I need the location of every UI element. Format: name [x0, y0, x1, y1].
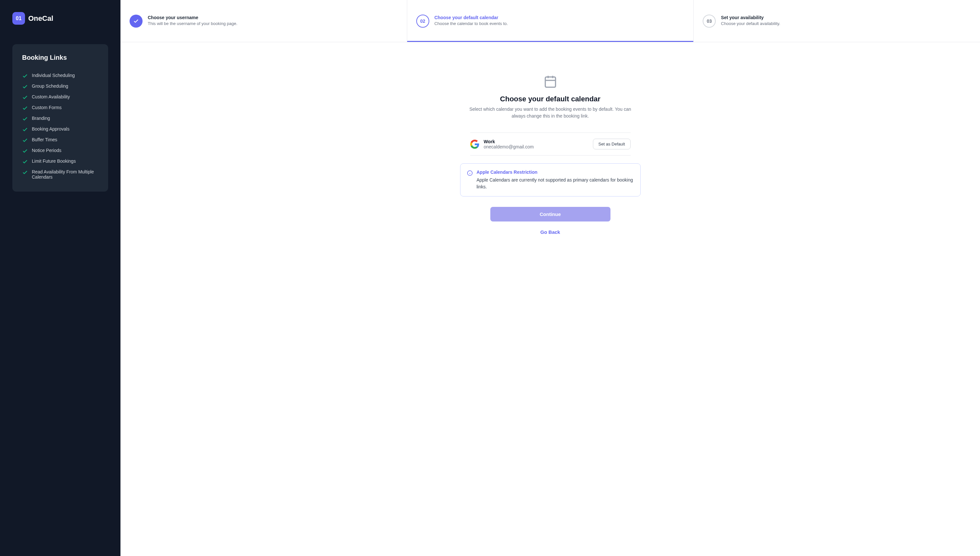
info-icon [467, 170, 473, 176]
step-default-calendar[interactable]: 02 Choose your default calendar Choose t… [407, 0, 694, 42]
sidebar-card: Booking Links Individual Scheduling Grou… [12, 44, 108, 192]
feature-item: Custom Forms [22, 103, 98, 113]
main-content: Choose your username This will be the us… [121, 0, 980, 556]
step-badge-pending: 03 [703, 15, 716, 27]
check-icon [22, 170, 28, 175]
alert-text: Apple Calendars are currently not suppor… [477, 177, 634, 190]
check-icon [22, 94, 28, 100]
feature-label: Booking Approvals [32, 126, 69, 131]
calendar-row: Work onecaldemo@gmail.com Set as Default [470, 133, 631, 155]
calendar-name: Work [484, 139, 534, 144]
feature-item: Individual Scheduling [22, 71, 98, 81]
logo[interactable]: 01 OneCal [12, 12, 108, 25]
feature-label: Individual Scheduling [32, 73, 75, 78]
check-icon [22, 148, 28, 154]
calendar-info: Work onecaldemo@gmail.com [470, 139, 534, 149]
calendar-email: onecaldemo@gmail.com [484, 144, 534, 149]
page-subtitle: Select which calendar you want to add th… [469, 106, 631, 120]
go-back-button[interactable]: Go Back [540, 229, 560, 235]
check-icon [22, 159, 28, 165]
content-area: Choose your default calendar Select whic… [121, 42, 980, 556]
alert-apple-restriction: Apple Calendars Restriction Apple Calend… [460, 163, 641, 197]
feature-label: Custom Availability [32, 94, 70, 99]
feature-item: Limit Future Bookings [22, 156, 98, 167]
step-content: Choose your default calendar Choose the … [434, 15, 685, 27]
google-icon [470, 140, 479, 149]
calendar-icon [544, 75, 557, 88]
feature-label: Limit Future Bookings [32, 158, 76, 164]
check-icon [22, 116, 28, 122]
feature-list: Individual Scheduling Group Scheduling C… [22, 71, 98, 182]
set-default-button[interactable]: Set as Default [593, 139, 631, 149]
feature-label: Buffer Times [32, 137, 57, 142]
feature-label: Branding [32, 116, 50, 121]
logo-text: OneCal [28, 14, 53, 23]
alert-title: Apple Calendars Restriction [477, 170, 634, 175]
check-icon [133, 18, 139, 24]
sidebar: 01 OneCal Booking Links Individual Sched… [0, 0, 121, 556]
calendar-details: Work onecaldemo@gmail.com [484, 139, 534, 149]
step-description: This will be the username of your bookin… [148, 21, 398, 27]
step-badge-completed [129, 15, 142, 27]
step-username[interactable]: Choose your username This will be the us… [121, 0, 407, 42]
feature-label: Read Availability From Multiple Calendar… [32, 169, 98, 179]
check-icon [22, 73, 28, 79]
check-icon [22, 137, 28, 143]
step-description: Choose the calendar to book events to. [434, 21, 685, 27]
svg-rect-0 [545, 77, 555, 87]
step-content: Choose your username This will be the us… [148, 15, 398, 27]
feature-item: Notice Periods [22, 145, 98, 156]
feature-item: Group Scheduling [22, 81, 98, 92]
step-description: Choose your default availability. [721, 21, 971, 27]
feature-label: Custom Forms [32, 105, 62, 110]
step-title: Set your availability [721, 15, 971, 20]
check-icon [22, 105, 28, 111]
step-title: Choose your default calendar [434, 15, 685, 20]
check-icon [22, 127, 28, 133]
check-icon [22, 84, 28, 90]
step-badge-active: 02 [416, 15, 429, 27]
feature-label: Group Scheduling [32, 84, 68, 89]
feature-label: Notice Periods [32, 148, 61, 153]
feature-item: Buffer Times [22, 135, 98, 145]
sidebar-title: Booking Links [22, 54, 98, 61]
feature-item: Booking Approvals [22, 124, 98, 135]
step-content: Set your availability Choose your defaul… [721, 15, 971, 27]
stepper: Choose your username This will be the us… [121, 0, 980, 42]
feature-item: Custom Availability [22, 92, 98, 103]
feature-item: Branding [22, 113, 98, 124]
alert-content: Apple Calendars Restriction Apple Calend… [477, 170, 634, 190]
feature-item: Read Availability From Multiple Calendar… [22, 167, 98, 182]
continue-button[interactable]: Continue [490, 207, 610, 221]
logo-icon: 01 [12, 12, 25, 25]
step-availability[interactable]: 03 Set your availability Choose your def… [694, 0, 980, 42]
step-title: Choose your username [148, 15, 398, 20]
page-title: Choose your default calendar [500, 95, 601, 103]
